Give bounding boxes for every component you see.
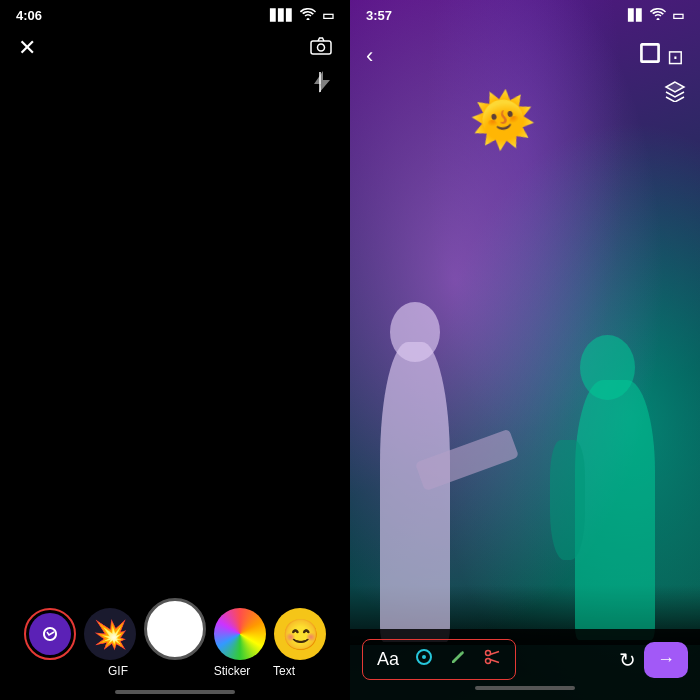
bottom-labels: GIF Sticker Text	[0, 664, 350, 684]
toolbar-right-group: ↻ →	[619, 642, 688, 678]
right-person	[560, 310, 700, 640]
right-time: 3:57	[366, 8, 392, 23]
flash-icon[interactable]	[314, 71, 330, 98]
left-wifi-icon	[300, 8, 316, 23]
right-top-controls: ‹ ⊡	[350, 34, 700, 77]
text-tool-label: Aa	[377, 649, 399, 669]
spark-icon-wrapper: 💥	[84, 608, 136, 660]
flash-icon-container	[0, 65, 350, 104]
right-bottom-bar: Aa ↻ →	[350, 629, 700, 700]
left-panel: 4:06 ▋▋▋ ▭ ✕	[0, 0, 350, 700]
spark-icon[interactable]: 💥	[84, 608, 136, 660]
close-icon[interactable]: ✕	[18, 35, 36, 61]
right-battery-icon: ▭	[672, 8, 684, 23]
right-toolbar: Aa ↻ →	[358, 639, 692, 680]
left-body	[380, 342, 450, 642]
back-button[interactable]: ‹	[366, 43, 373, 69]
layers-button[interactable]	[664, 80, 686, 107]
left-home-indicator	[115, 690, 235, 694]
svg-rect-3	[641, 44, 659, 62]
next-button[interactable]: →	[644, 642, 688, 678]
left-status-bar: 4:06 ▋▋▋ ▭	[0, 0, 350, 27]
toolbar-left-group: Aa	[362, 639, 516, 680]
right-signal-icon: ▋▋	[628, 9, 644, 22]
rainbow-icon-wrapper	[214, 608, 266, 660]
sun-sticker[interactable]: 🌞	[465, 85, 540, 156]
guitar	[550, 440, 585, 560]
shutter-button[interactable]	[144, 598, 206, 660]
pen-tool-button[interactable]	[443, 646, 473, 673]
left-camera-preview	[0, 104, 350, 588]
story-inner	[29, 613, 71, 655]
left-head	[390, 302, 440, 362]
camera-icon[interactable]	[310, 37, 332, 60]
left-person	[370, 262, 490, 642]
emoji-icon[interactable]: 😊	[274, 608, 326, 660]
undo-button[interactable]: ↻	[619, 648, 636, 672]
right-body	[575, 380, 655, 640]
story-icon[interactable]	[24, 608, 76, 660]
circle-tool-button[interactable]	[409, 646, 439, 673]
left-battery-icon: ▭	[322, 8, 334, 23]
left-time: 4:06	[16, 8, 42, 23]
undo-label: ↻	[619, 649, 636, 671]
text-label: Text	[258, 664, 310, 678]
next-label: →	[657, 649, 675, 670]
rainbow-icon[interactable]	[214, 608, 266, 660]
left-bottom-bar: 💥 😊 GIF St	[0, 588, 350, 700]
crop-button[interactable]: ⊡	[639, 42, 684, 69]
svg-rect-0	[311, 41, 331, 54]
left-signal-icon: ▋▋▋	[270, 9, 294, 22]
gif-label: GIF	[92, 664, 144, 678]
sticker-label: Sticker	[206, 664, 258, 678]
svg-point-6	[422, 655, 426, 659]
svg-point-1	[318, 44, 325, 51]
svg-rect-4	[642, 45, 658, 61]
sun-emoji: 🌞	[465, 86, 539, 154]
right-status-bar: 3:57 ▋▋ ▭	[350, 0, 700, 27]
left-top-controls: ✕	[0, 27, 350, 65]
right-wifi-icon	[650, 8, 666, 23]
scissors-tool-button[interactable]	[477, 646, 507, 673]
right-panel: 3:57 ▋▋ ▭ ‹ ⊡ 🌞 Aa	[350, 0, 700, 700]
emoji-icon-wrapper: 😊	[274, 608, 326, 660]
right-home-indicator	[475, 686, 575, 690]
svg-point-8	[486, 659, 491, 664]
svg-point-7	[486, 651, 491, 656]
text-tool-button[interactable]: Aa	[371, 647, 405, 672]
right-head	[580, 335, 635, 400]
shutter-wrapper	[144, 598, 206, 660]
